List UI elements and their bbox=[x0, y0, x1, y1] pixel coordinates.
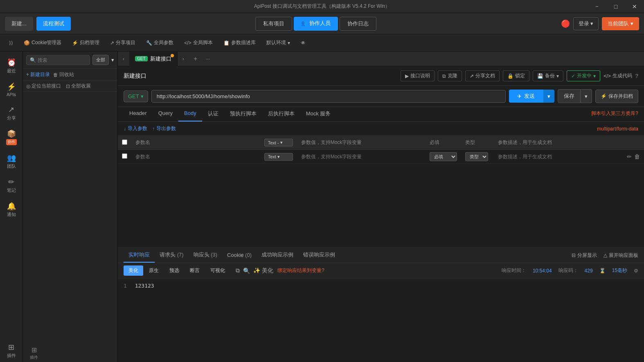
flow-test-button[interactable]: 流程测试 bbox=[36, 17, 71, 31]
format-assert[interactable]: 断言 bbox=[185, 265, 205, 276]
interface-desc-btn[interactable]: ▶ 接口说明 bbox=[401, 70, 435, 81]
default-env-btn[interactable]: 默认环境 ▾ bbox=[262, 37, 294, 48]
content-area: 新建接口 ▶ 接口说明 ⧉ 克隆 ↗ 分享文档 🔒 锁定 💾 备份 ▾ ✓ 开发… bbox=[118, 66, 644, 362]
resp-tab-realtime[interactable]: 实时响应 bbox=[124, 248, 155, 263]
gen-code-btn[interactable]: </> 生成代码 bbox=[603, 72, 632, 79]
tab-more-button[interactable]: ··· bbox=[202, 52, 214, 66]
sidebar-item-notifications[interactable]: 🔔 通知 bbox=[1, 198, 22, 221]
format-raw[interactable]: 原生 bbox=[144, 265, 164, 276]
dev-status-btn[interactable]: ✓ 开发中 ▾ bbox=[567, 70, 600, 81]
resp-tab-req-headers[interactable]: 请求头 (7) bbox=[155, 248, 189, 263]
data-type-select[interactable]: 类型 bbox=[465, 152, 488, 161]
clone-btn[interactable]: ⧉ 克隆 bbox=[438, 70, 462, 81]
copy-icon[interactable]: ⧉ bbox=[236, 267, 240, 274]
split-display-btn[interactable]: ⊟ 分屏显示 bbox=[572, 252, 597, 259]
col-data-type: 类型 bbox=[461, 136, 494, 150]
resp-tab-success-example[interactable]: 成功响应示例 bbox=[257, 248, 298, 263]
close-button[interactable]: ✕ bbox=[625, 0, 644, 13]
select-all-checkbox[interactable] bbox=[122, 139, 127, 145]
team-button[interactable]: 当前团队 ▾ bbox=[602, 17, 639, 30]
url-input[interactable] bbox=[151, 90, 506, 103]
tab-post-script[interactable]: 后执行脚本 bbox=[262, 107, 300, 121]
resp-settings-icon[interactable]: ⚙ bbox=[634, 268, 638, 274]
resp-tab-cookie[interactable]: Cookie (0) bbox=[222, 249, 257, 262]
desc-input[interactable] bbox=[498, 154, 619, 160]
sidebar-item-recent[interactable]: ⏰ 最近 bbox=[1, 55, 22, 77]
login-button[interactable]: 登录 ▾ bbox=[573, 17, 599, 30]
save-dropdown-button[interactable]: ▾ bbox=[581, 89, 592, 103]
row-type-selector[interactable]: Text ▾ bbox=[264, 153, 293, 161]
refresh-icon[interactable]: 🔴 bbox=[561, 19, 570, 28]
resp-tab-resp-headers[interactable]: 响应头 (3) bbox=[189, 248, 223, 263]
tab-header[interactable]: Header bbox=[124, 107, 153, 121]
share-project-btn[interactable]: ↗ 分享项目 bbox=[106, 37, 140, 48]
export-params-btn[interactable]: ↑ 导出参数 bbox=[152, 125, 176, 132]
share-doc-btn[interactable]: ↗ 分享文档 bbox=[465, 70, 500, 81]
bind-resp-btn[interactable]: 绑定响应结果到变量? bbox=[277, 267, 324, 274]
param-value-input[interactable] bbox=[301, 154, 422, 160]
format-preview[interactable]: 预选 bbox=[164, 265, 184, 276]
all-filter-button[interactable]: 全部 bbox=[92, 55, 109, 65]
send-button[interactable]: ✈ 发送 bbox=[509, 90, 543, 103]
send-dropdown-button[interactable]: ▾ bbox=[543, 90, 554, 103]
new-button[interactable]: 新建... bbox=[5, 17, 33, 31]
tab-nav-left[interactable]: ‹ bbox=[118, 52, 129, 66]
param-name-input[interactable] bbox=[135, 154, 256, 160]
plugin-item[interactable]: ⊞ 插件 bbox=[23, 344, 45, 362]
edit-param-btn[interactable]: ✏ bbox=[627, 153, 632, 160]
col-checkbox bbox=[118, 136, 131, 150]
save-archive-button[interactable]: ⚡ 保存并归档 bbox=[595, 90, 638, 103]
settings-icon[interactable]: 👁 bbox=[297, 38, 310, 48]
sidebar-item-project[interactable]: 📦 协作 bbox=[1, 126, 22, 148]
param-desc-lib-btn[interactable]: 📋 参数描述库 bbox=[219, 37, 260, 48]
tab-pre-script[interactable]: 预执行脚本 bbox=[224, 107, 262, 121]
expand-panel-btn[interactable]: △ 展开响应面板 bbox=[603, 252, 638, 259]
method-select[interactable]: GET ▾ bbox=[124, 90, 148, 102]
format-visual[interactable]: 可视化 bbox=[205, 265, 230, 276]
text-type-selector[interactable]: Text - ▾ bbox=[264, 139, 293, 146]
expand-all-btn[interactable]: ⊡ 全部收展 bbox=[66, 83, 91, 90]
search-input[interactable] bbox=[38, 57, 86, 63]
collaborators-tab[interactable]: 👥 协作人员 bbox=[294, 17, 338, 31]
sidebar-item-team[interactable]: 👥 团队 bbox=[1, 150, 22, 173]
save-button[interactable]: 保存 bbox=[558, 89, 581, 103]
collapse-panel-btn[interactable]: ⟩⟩ bbox=[5, 38, 17, 48]
search-icon: 🔍 bbox=[30, 57, 36, 63]
search-resp-icon[interactable]: 🔍 bbox=[243, 268, 250, 274]
collab-log-tab[interactable]: 协作日志 bbox=[340, 17, 376, 31]
required-select[interactable]: 必填 非必填 bbox=[430, 152, 457, 161]
backup-btn[interactable]: 💾 备份 ▾ bbox=[533, 70, 563, 81]
sidebar-item-plugins[interactable]: ⊞ 插件 bbox=[1, 340, 22, 362]
archive-manager-btn[interactable]: ⚡ 归档管理 bbox=[68, 37, 104, 48]
tab-nav-right[interactable]: › bbox=[178, 52, 189, 66]
beautify-icon[interactable]: ✨ 美化 bbox=[253, 267, 273, 274]
sidebar-item-apis[interactable]: ⚡ APIs bbox=[1, 79, 22, 100]
global-script-btn[interactable]: </> 全局脚本 bbox=[180, 37, 216, 48]
cookie-manager-btn[interactable]: 🍪 Cookie管理器 bbox=[20, 37, 65, 48]
maximize-button[interactable]: □ bbox=[606, 0, 625, 13]
question-icon[interactable]: ? bbox=[635, 73, 638, 79]
tab-body[interactable]: Body bbox=[178, 107, 202, 121]
private-project-tab[interactable]: 私有项目 bbox=[255, 17, 292, 31]
global-params-btn[interactable]: 🔧 全局参数 bbox=[142, 37, 178, 48]
new-dir-button[interactable]: + 新建目录 bbox=[26, 71, 50, 78]
lock-btn[interactable]: 🔒 锁定 bbox=[503, 70, 529, 81]
resp-size-value: 15毫秒 bbox=[612, 267, 627, 274]
row-checkbox[interactable] bbox=[122, 153, 127, 159]
locate-current-btn[interactable]: ◎ 定位当前接口 bbox=[26, 83, 61, 90]
sidebar-item-share[interactable]: ↗ 分享 bbox=[1, 102, 22, 124]
recycle-button[interactable]: 🗑 回收站 bbox=[53, 71, 74, 78]
tab-add-button[interactable]: + bbox=[189, 52, 202, 66]
tab-auth[interactable]: 认证 bbox=[202, 107, 224, 121]
tab-query[interactable]: Query bbox=[153, 107, 178, 121]
delete-param-btn[interactable]: 🗑 bbox=[634, 153, 640, 160]
search-box[interactable]: 🔍 bbox=[26, 55, 90, 65]
tab-mock[interactable]: Mock 服务 bbox=[300, 107, 337, 121]
format-beautify[interactable]: 美化 bbox=[124, 265, 143, 276]
sidebar-item-notes[interactable]: ✏ 笔记 bbox=[1, 174, 22, 197]
minimize-button[interactable]: － bbox=[588, 0, 606, 13]
script-lib-link[interactable]: 脚本引入第三方类库? bbox=[591, 107, 638, 121]
tab-item-new-interface[interactable]: GET 新建接口 bbox=[129, 52, 178, 66]
resp-tab-error-example[interactable]: 错误响应示例 bbox=[298, 248, 340, 263]
import-params-btn[interactable]: ↓ 导入参数 bbox=[124, 125, 147, 132]
